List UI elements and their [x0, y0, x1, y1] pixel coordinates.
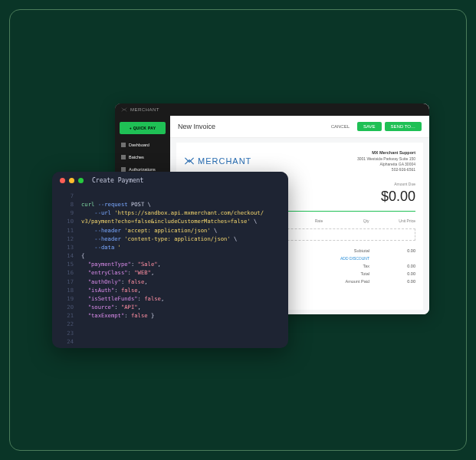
window-minimize-icon[interactable]	[69, 178, 74, 183]
editor-titlebar: Create Payment	[52, 172, 288, 189]
tax-value: 0.00	[392, 264, 415, 268]
col-qty: Qty	[323, 219, 369, 223]
window-close-icon[interactable]	[60, 178, 65, 183]
merchant-address: MX Merchant Support 3001 Westside Parkwa…	[357, 150, 415, 172]
quick-pay-button[interactable]: + QUICK PAY	[120, 122, 166, 134]
merchant-logo-text: MERCHANT	[198, 156, 251, 166]
subtotal-label: Subtotal	[354, 248, 369, 253]
code-content[interactable]: 7 8curl --request POST \ 9 --url 'https:…	[52, 189, 288, 348]
col-unit-price: Unit Price	[369, 219, 415, 223]
total-label: Total	[360, 271, 369, 276]
tax-label: Tax	[363, 264, 369, 268]
app-brand: MERCHANT	[130, 107, 159, 112]
dashboard-icon	[121, 143, 126, 147]
add-discount-button[interactable]: ADD DISCOUNT	[340, 256, 369, 261]
window-zoom-icon[interactable]	[78, 178, 84, 183]
amount-due-value: $0.00	[327, 189, 415, 205]
sidebar-item-label: Dashboard	[129, 143, 149, 147]
amount-paid-label: Amount Paid	[346, 279, 370, 284]
amount-due-label: Amount Due	[327, 182, 415, 186]
company-line2: Alpharetta GA 30004	[357, 162, 415, 167]
subtotal-value: 0.00	[392, 248, 415, 253]
send-button[interactable]: SEND TO…	[385, 122, 422, 131]
merchant-logo-icon	[121, 107, 127, 113]
amount-paid-value: 0.00	[392, 279, 415, 284]
cancel-button[interactable]: CANCEL	[327, 122, 354, 131]
company-phone: 502-926-6561	[357, 167, 415, 172]
total-value: 0.00	[392, 271, 415, 276]
sidebar-item-label: Batches	[129, 155, 144, 159]
save-button[interactable]: SAVE	[357, 122, 382, 131]
header-actions: CANCEL SAVE SEND TO…	[327, 122, 422, 131]
page-header: New Invoice CANCEL SAVE SEND TO…	[170, 116, 429, 138]
sidebar-item-dashboard[interactable]: Dashboard	[115, 139, 170, 151]
app-titlebar: MERCHANT	[115, 104, 429, 116]
batches-icon	[121, 155, 126, 159]
code-editor-window: Create Payment 7 8curl --request POST \ …	[52, 172, 288, 348]
merchant-logo: MERCHANT	[184, 150, 251, 172]
company-name: MX Merchant Support	[357, 150, 415, 156]
merchant-mark-icon	[184, 156, 195, 166]
sidebar-item-batches[interactable]: Batches	[115, 151, 170, 163]
editor-title: Create Payment	[92, 177, 143, 184]
company-line1: 3001 Westside Parkway Suite 150	[357, 156, 415, 162]
page-title: New Invoice	[178, 123, 215, 130]
